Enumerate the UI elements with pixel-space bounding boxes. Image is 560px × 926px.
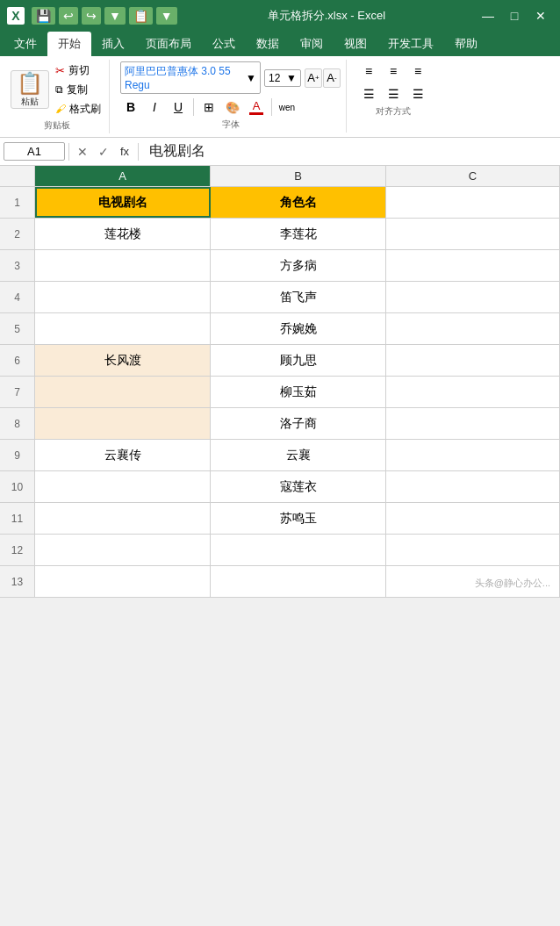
cell-a12[interactable] (35, 535, 211, 565)
menu-data[interactable]: 数据 (246, 32, 290, 56)
save-button[interactable]: 💾 (32, 7, 55, 25)
formula-confirm-button[interactable]: ✓ (94, 142, 113, 162)
cell-a7[interactable] (35, 377, 211, 407)
maximize-button[interactable]: □ (502, 5, 527, 26)
format-painter-button[interactable]: 🖌 格式刷 (53, 100, 104, 118)
font-size-select[interactable]: 12 ▼ (264, 69, 301, 87)
menu-review[interactable]: 审阅 (290, 32, 334, 56)
fill-color-button[interactable]: 🎨 (222, 97, 243, 117)
cell-a5[interactable] (35, 313, 211, 344)
cell-a2[interactable]: 莲花楼 (35, 219, 211, 249)
cell-b7[interactable]: 柳玉茹 (211, 377, 386, 407)
cell-a10[interactable] (35, 471, 211, 502)
italic-button[interactable]: I (144, 97, 165, 117)
copy-button[interactable]: ⧉ 复制 (53, 81, 104, 98)
cell-b11[interactable]: 苏鸣玉 (211, 503, 386, 534)
custom-icon2[interactable]: 📋 (129, 7, 153, 25)
cell-a9[interactable]: 云襄传 (35, 440, 211, 470)
align-mid-button[interactable]: ≡ (382, 61, 405, 81)
font-color-button[interactable]: A (246, 97, 267, 117)
wen-button[interactable]: wen (276, 97, 298, 117)
row-num-6: 6 (0, 345, 35, 376)
formula-controls: ✕ ✓ fx (73, 142, 134, 162)
align-left-button[interactable]: ☰ (357, 84, 380, 104)
cell-c9[interactable] (386, 440, 560, 470)
paste-button[interactable]: 📋 粘贴 (11, 70, 49, 109)
cell-b13[interactable] (211, 566, 386, 597)
cell-b1[interactable]: 角色名 (211, 187, 386, 218)
minimize-button[interactable]: — (476, 5, 500, 26)
title-bar-controls[interactable]: 💾 ↩ ↪ ▼ 📋 ▼ (32, 7, 177, 25)
menu-home[interactable]: 开始 (47, 32, 91, 56)
menu-file[interactable]: 文件 (4, 32, 47, 56)
redo-button[interactable]: ↪ (82, 7, 101, 25)
cell-b4[interactable]: 笛飞声 (211, 282, 386, 312)
cell-c6[interactable] (386, 345, 560, 376)
cell-a3[interactable] (35, 250, 211, 281)
cut-button[interactable]: ✂ 剪切 (53, 61, 104, 79)
cell-c1[interactable] (386, 187, 560, 218)
cell-c12[interactable] (386, 535, 560, 565)
menu-formula[interactable]: 公式 (202, 32, 246, 56)
cell-c13[interactable]: 头条@静心办公... (386, 566, 560, 597)
custom-arrow[interactable]: ▼ (156, 7, 177, 25)
cell-b8[interactable]: 洛子商 (211, 408, 386, 439)
col-header-a[interactable]: A (35, 166, 211, 186)
cell-c2[interactable] (386, 219, 560, 249)
cell-c7[interactable] (386, 377, 560, 407)
menu-layout[interactable]: 页面布局 (135, 32, 202, 56)
custom-button[interactable]: ▼ (104, 7, 126, 25)
font-name-select[interactable]: 阿里巴巴普惠体 3.0 55 Regu ▼ (120, 61, 261, 94)
undo-button[interactable]: ↩ (59, 7, 78, 25)
cell-a1[interactable]: 电视剧名 (35, 187, 211, 218)
ribbon-group-alignment: ≡ ≡ ≡ ☰ ☰ ☰ 对齐方式 (352, 60, 434, 119)
cell-b6[interactable]: 顾九思 (211, 345, 386, 376)
cell-c10[interactable] (386, 471, 560, 502)
cell-a13[interactable] (35, 566, 211, 597)
formula-content[interactable]: 电视剧名 (142, 142, 556, 161)
cell-c8[interactable] (386, 408, 560, 439)
font-name-arrow: ▼ (246, 72, 256, 84)
cell-a8[interactable] (35, 408, 211, 439)
table-row: 8 洛子商 (0, 408, 560, 440)
cell-b5[interactable]: 乔婉娩 (211, 313, 386, 344)
clipboard-content: 📋 粘贴 ✂ 剪切 ⧉ 复制 🖌 格式刷 (11, 61, 104, 118)
align-right-button[interactable]: ☰ (406, 84, 429, 104)
window-buttons[interactable]: — □ ✕ (476, 5, 553, 26)
row-num-13: 13 (0, 566, 35, 597)
cell-b12[interactable] (211, 535, 386, 565)
menu-dev[interactable]: 开发工具 (377, 32, 444, 56)
cell-c4[interactable] (386, 282, 560, 312)
cell-reference-box[interactable]: A1 (4, 142, 65, 161)
col-header-c[interactable]: C (386, 166, 560, 186)
underline-button[interactable]: U (168, 97, 189, 117)
cell-a11[interactable] (35, 503, 211, 534)
close-button[interactable]: ✕ (528, 5, 553, 26)
bold-button[interactable]: B (120, 97, 141, 117)
cell-c5[interactable] (386, 313, 560, 344)
menu-view[interactable]: 视图 (334, 32, 377, 56)
cell-c3[interactable] (386, 250, 560, 281)
align-bot-button[interactable]: ≡ (406, 61, 429, 81)
cell-b2[interactable]: 李莲花 (211, 219, 386, 249)
formula-cancel-button[interactable]: ✕ (73, 142, 92, 162)
menu-help[interactable]: 帮助 (444, 32, 488, 56)
menu-insert[interactable]: 插入 (91, 32, 135, 56)
clipboard-small-btns: ✂ 剪切 ⧉ 复制 🖌 格式刷 (53, 61, 104, 118)
align-center-button[interactable]: ☰ (382, 84, 405, 104)
cell-a6[interactable]: 长风渡 (35, 345, 211, 376)
align-top-button[interactable]: ≡ (357, 61, 380, 81)
font-controls: 阿里巴巴普惠体 3.0 55 Regu ▼ 12 ▼ A+ A- B I (120, 61, 341, 117)
cell-b10[interactable]: 寇莲衣 (211, 471, 386, 502)
table-row: 12 (0, 535, 560, 566)
border-button[interactable]: ⊞ (198, 97, 219, 117)
col-header-b[interactable]: B (211, 166, 386, 186)
font-increase-button[interactable]: A+ (305, 68, 322, 88)
font-row1: 阿里巴巴普惠体 3.0 55 Regu ▼ 12 ▼ A+ A- (120, 61, 341, 94)
row-num-3: 3 (0, 250, 35, 281)
cell-c11[interactable] (386, 503, 560, 534)
cell-a4[interactable] (35, 282, 211, 312)
cell-b3[interactable]: 方多病 (211, 250, 386, 281)
font-decrease-button[interactable]: A- (323, 68, 341, 88)
cell-b9[interactable]: 云襄 (211, 440, 386, 470)
